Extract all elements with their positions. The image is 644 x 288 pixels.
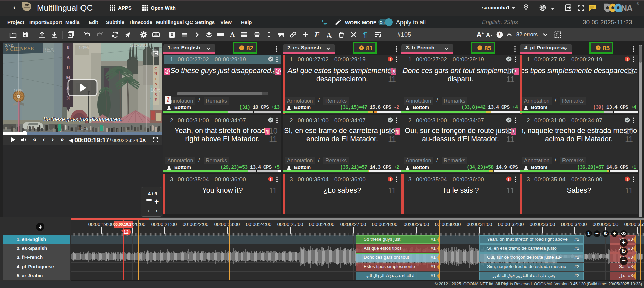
svg-text:!: !: [479, 46, 481, 50]
svg-text:I: I: [277, 69, 279, 74]
svg-text:!: !: [598, 46, 599, 50]
svg-text:A: A: [230, 31, 235, 38]
svg-text:37x11: 37x11: [5, 44, 14, 47]
svg-text:10%: 10%: [78, 125, 88, 131]
svg-text:!: !: [390, 177, 391, 182]
svg-text:So these guys just disappeared: So these guys just disappeared.: [43, 116, 122, 122]
svg-text:!: !: [270, 177, 271, 182]
svg-text:!: !: [627, 177, 628, 182]
svg-text:10%: 10%: [150, 87, 160, 93]
svg-text:!: !: [627, 57, 628, 62]
svg-text:!: !: [508, 177, 509, 182]
svg-text:!: !: [361, 46, 362, 50]
svg-text:F: F: [314, 31, 320, 38]
svg-text:!: !: [241, 46, 243, 50]
svg-text:12: 12: [123, 229, 129, 235]
svg-text:I: I: [166, 69, 168, 74]
svg-text:10%: 10%: [13, 88, 23, 93]
svg-text:A: A: [476, 31, 481, 38]
svg-text:¶: ¶: [363, 31, 367, 38]
svg-text:!: !: [499, 32, 501, 37]
svg-text:!: !: [390, 57, 391, 62]
svg-text:A: A: [486, 32, 490, 38]
svg-text:10%: 10%: [78, 45, 89, 50]
svg-text:1920x1080: 1920x1080: [130, 44, 147, 47]
